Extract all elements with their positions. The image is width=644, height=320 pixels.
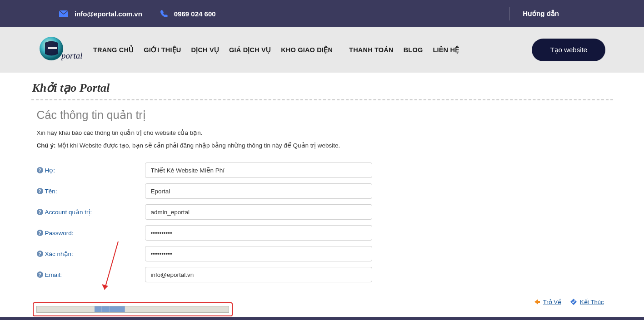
row-password: ? Password: <box>37 225 613 241</box>
row-account: ? Account quản trị: <box>37 204 613 220</box>
label-account: ? Account quản trị: <box>37 208 145 216</box>
contact-email[interactable]: info@eportal.com.vn <box>59 10 142 18</box>
logo[interactable]: portal <box>39 36 89 64</box>
back-text: Trở Về <box>543 299 561 305</box>
note-body: Một khi Website được tạo, bạn sẽ cần phả… <box>56 142 340 149</box>
envelope-icon <box>59 10 68 17</box>
note-label: Chú ý: <box>37 142 56 149</box>
label-ho: ? Họ: <box>37 167 145 174</box>
nav-item-trangchu[interactable]: TRANG CHỦ <box>93 46 134 54</box>
input-email[interactable] <box>145 267 372 282</box>
admin-form: ? Họ: ? Tên: ? Account quản trị: ? Passw… <box>31 162 613 282</box>
label-password-text: Password: <box>45 230 74 236</box>
label-account-text: Account quản trị: <box>45 208 92 216</box>
phone-icon <box>160 10 168 17</box>
note-text: Chú ý: Một khi Website được tạo, bạn sẽ … <box>31 142 613 162</box>
nav-links: TRANG CHỦ GIỚI THIỆU DỊCH VỤ GIÁ DỊCH VỤ… <box>93 46 532 54</box>
nav-item-dichvu[interactable]: DỊCH VỤ <box>191 46 220 54</box>
input-password[interactable] <box>145 225 372 241</box>
nav-item-gioithieu[interactable]: GIỚI THIỆU <box>144 46 181 54</box>
nav-item-lienhe[interactable]: LIÊN HỆ <box>433 46 459 54</box>
label-password: ? Password: <box>37 230 145 236</box>
contact-phone[interactable]: 0969 024 600 <box>160 10 216 18</box>
svg-rect-1 <box>48 47 57 49</box>
finish-text: Kết Thúc <box>580 299 604 305</box>
diamond-check-icon <box>569 298 578 306</box>
create-website-button[interactable]: Tạo website <box>532 39 605 61</box>
navbar: portal TRANG CHỦ GIỚI THIỆU DỊCH VỤ GIÁ … <box>0 27 644 73</box>
input-ten[interactable] <box>145 183 372 199</box>
logo-icon: portal <box>39 36 89 64</box>
help-icon[interactable]: ? <box>37 251 43 257</box>
topbar-right: Hướng dẫn <box>497 7 585 20</box>
nav-item-giadichvu[interactable]: GIÁ DỊCH VỤ <box>229 46 271 54</box>
topbar-divider <box>509 7 510 20</box>
main-container: Khởi tạo Portal Các thông tin quản trị X… <box>31 73 613 306</box>
section-title: Các thông tin quản trị <box>31 107 613 129</box>
topbar-divider <box>572 7 572 20</box>
label-confirm: ? Xác nhận: <box>37 250 145 257</box>
help-icon[interactable]: ? <box>37 167 43 173</box>
page-title: Khởi tạo Portal <box>31 78 613 98</box>
label-ho-text: Họ: <box>45 167 55 174</box>
row-email: ? Email: <box>37 267 613 282</box>
input-account[interactable] <box>145 204 372 220</box>
finish-link[interactable]: Kết Thúc <box>569 298 604 306</box>
contact-phone-text: 0969 024 600 <box>174 10 216 18</box>
help-icon[interactable]: ? <box>37 271 43 278</box>
help-icon[interactable]: ? <box>37 188 43 194</box>
label-confirm-text: Xác nhận: <box>45 250 73 257</box>
nav-item-blog[interactable]: BLOG <box>404 46 423 54</box>
help-icon[interactable]: ? <box>37 209 43 215</box>
label-email: ? Email: <box>37 271 145 278</box>
topbar: info@eportal.com.vn 0969 024 600 Hướng d… <box>0 0 644 27</box>
contact-email-text: info@eportal.com.vn <box>75 10 142 18</box>
back-link[interactable]: Trở Về <box>534 298 561 306</box>
nav-item-thanhtoan[interactable]: THANH TOÁN <box>349 46 394 54</box>
row-ten: ? Tên: <box>37 183 613 199</box>
svg-text:portal: portal <box>60 51 82 60</box>
label-ten: ? Tên: <box>37 188 145 195</box>
progress-annotation-box <box>33 302 233 306</box>
topbar-contact: info@eportal.com.vn 0969 024 600 <box>59 10 497 18</box>
input-ho[interactable] <box>145 162 372 178</box>
help-icon[interactable]: ? <box>37 230 43 236</box>
label-ten-text: Tên: <box>45 188 57 195</box>
separator <box>31 99 613 100</box>
input-confirm[interactable] <box>145 246 372 261</box>
intro-text: Xin hãy khai báo các thông tin quản trị … <box>31 129 613 142</box>
arrow-left-icon <box>534 298 541 305</box>
label-email-text: Email: <box>45 271 62 278</box>
nav-item-khogiaodien[interactable]: KHO GIAO DIỆN <box>281 46 333 54</box>
guide-link[interactable]: Hướng dẫn <box>523 10 559 18</box>
row-ho: ? Họ: <box>37 162 613 178</box>
row-confirm: ? Xác nhận: <box>37 246 613 261</box>
